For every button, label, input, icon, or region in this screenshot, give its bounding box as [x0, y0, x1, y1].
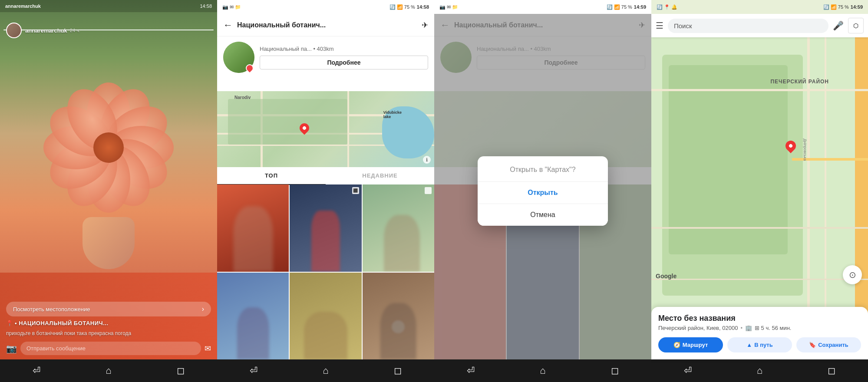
story-bottom-nav: ⏎ ⌂ ◻	[0, 359, 217, 382]
grid-item-4[interactable]	[217, 273, 289, 360]
p4-bottom-nav: ⏎ ⌂ ◻	[651, 359, 868, 382]
grid-item-6[interactable]	[363, 273, 434, 360]
view-location-arrow: ›	[202, 305, 204, 313]
p2-home-nav[interactable]: ⌂	[323, 365, 328, 376]
story-input-row: 📷 Отправить сообщение ✉	[6, 342, 211, 355]
detail-button[interactable]: Подробнее	[260, 56, 428, 69]
multi-icon-3	[425, 187, 432, 194]
ig-send-button[interactable]: ✈	[422, 20, 428, 30]
multi-icon-2: ⬛	[352, 187, 359, 194]
place-building-icon: 🏢	[745, 325, 752, 331]
place-name: • НАЦИОНАЛЬНЫЙ БОТАНИЧ...	[15, 320, 109, 326]
place-actions: 🧭 Маршрут ▲ В путь 🔖 Сохранить	[658, 337, 861, 352]
p3-back-nav[interactable]: ⏎	[467, 365, 475, 376]
story-time: 24 ч.	[70, 28, 80, 33]
maps-search-bar: ☰ Поиск 🎤 ⬡	[651, 14, 868, 37]
p4-time: 14:59	[851, 4, 863, 10]
recent-nav-icon[interactable]: ◻	[177, 365, 185, 376]
my-location-fab[interactable]: ⊙	[843, 265, 862, 284]
story-username-status: annaremarchuk	[5, 3, 41, 9]
place-pin-icon: 📍	[6, 320, 13, 326]
tab-recent[interactable]: НЕДАВНИЕ	[326, 167, 434, 185]
p3-recent-nav[interactable]: ◻	[611, 365, 619, 376]
route-icon: 🧭	[673, 342, 680, 348]
place-travel-time: ⊞ 5 ч. 56 мин.	[755, 325, 792, 331]
location-info: Национальный па... • 403km Подробнее	[217, 36, 434, 78]
maps-search-container[interactable]: Поиск	[668, 19, 828, 33]
dialog-title-text: Открыть в "Картах"?	[478, 156, 608, 182]
place-divider: •	[740, 325, 743, 331]
p2-recent-nav[interactable]: ◻	[394, 365, 402, 376]
p3-home-nav[interactable]: ⌂	[540, 365, 545, 376]
p2-status-icons: 📷 ✉ 📁	[222, 4, 241, 10]
story-avatar[interactable]	[6, 23, 22, 38]
location-panel: 📷 ✉ 📁 🔄 📶 75 % 14:58 ← Национальный бота…	[217, 0, 434, 382]
save-button[interactable]: 🔖 Сохранить	[796, 337, 861, 352]
place-detail-text: Печерский район, Киев, 02000	[658, 325, 738, 331]
story-username: annaremarchuk	[25, 27, 67, 34]
p3-time: 14:59	[634, 4, 646, 10]
location-details: Национальный па... • 403km Подробнее	[260, 46, 428, 69]
p2-time: 14:58	[417, 4, 429, 10]
go-button[interactable]: ▲ В путь	[727, 337, 792, 352]
dialog-panel: 📷 ✉ 📁 🔄 📶 75 % 14:59 ← Национальный бота…	[434, 0, 651, 382]
p3-status-icons: 📷 ✉ 📁	[439, 4, 458, 10]
cancel-button[interactable]: Отмена	[478, 204, 608, 226]
route-button[interactable]: 🧭 Маршрут	[658, 337, 723, 352]
maps-red-pin	[785, 141, 796, 154]
back-nav-icon[interactable]: ⏎	[33, 365, 40, 376]
location-map[interactable]: Narodiv Vidubickelake ℹ	[217, 91, 434, 167]
round-element-6	[392, 320, 405, 333]
p4-home-nav[interactable]: ⌂	[757, 365, 762, 376]
maps-panel: 🔄 📍 🔔 🔄 📶 75 % 14:59 ☰ Поиск 🎤 ⬡	[651, 0, 868, 382]
go-icon: ▲	[746, 342, 752, 348]
story-time-status: 14:58	[200, 3, 212, 9]
view-location-button[interactable]: Посмотреть местоположение ›	[6, 302, 211, 316]
p4-back-nav[interactable]: ⏎	[684, 365, 692, 376]
ig-back-button[interactable]: ←	[223, 20, 233, 31]
p3-bottom-nav: ⏎ ⌂ ◻	[434, 359, 651, 382]
p4-status-right: 🔄 📶 75 %	[823, 4, 849, 10]
send-icon[interactable]: ✉	[205, 344, 211, 353]
maps-menu-icon[interactable]: ☰	[656, 20, 663, 31]
maps-mic-icon[interactable]: 🎤	[833, 20, 844, 31]
grid-item-1[interactable]	[217, 184, 289, 272]
place-detail-row: Печерский район, Киев, 02000 • 🏢 ⊞ 5 ч. …	[658, 325, 861, 331]
view-location-text: Посмотреть местоположение	[13, 306, 90, 313]
ig-location-header: ← Национальный ботанич... ✈	[217, 14, 434, 36]
p4-recent-nav[interactable]: ◻	[828, 365, 835, 376]
maps-layers-button[interactable]: ⬡	[848, 18, 864, 33]
map-street-label: Дніпровська	[803, 139, 808, 161]
p3-status-right: 🔄 📶 75 %	[607, 4, 632, 10]
location-avatar-container	[223, 42, 254, 73]
p4-status-icons: 🔄 📍 🔔	[657, 4, 677, 10]
story-caption: приходьте в ботанічний поки така прекрас…	[6, 330, 211, 337]
send-message-input[interactable]: Отправить сообщение	[20, 342, 201, 355]
location-tabs: ТОП НЕДАВНИЕ	[217, 167, 434, 185]
maps-search-text: Поиск	[674, 22, 822, 30]
place-tag: 📍 • НАЦИОНАЛЬНЫЙ БОТАНИЧ...	[6, 320, 211, 326]
p2-back-nav[interactable]: ⏎	[250, 365, 257, 376]
grid-item-3[interactable]	[363, 184, 434, 272]
map-label-narody: Narodiv	[234, 95, 251, 100]
grid-item-2[interactable]: ⬛	[290, 184, 361, 272]
map-pin	[300, 123, 309, 135]
district-label: ПЕЧЕРСКИЙ РАЙОН	[770, 79, 829, 85]
story-panel: annaremarchuk 14:58	[0, 0, 217, 382]
map-info-icon[interactable]: ℹ	[423, 156, 431, 164]
p2-bottom-nav: ⏎ ⌂ ◻	[217, 359, 434, 382]
grid-item-5[interactable]	[290, 273, 361, 360]
go-label: В путь	[754, 342, 773, 348]
map-label-vidubicke: Vidubickelake	[383, 110, 402, 119]
google-logo: Google	[656, 272, 677, 280]
p2-status-right: 🔄 📶 75 %	[389, 4, 415, 10]
camera-icon[interactable]: 📷	[6, 343, 17, 354]
story-header: annaremarchuk 24 ч.	[0, 16, 217, 42]
open-in-maps-dialog: Открыть в "Картах"? Открыть Отмена	[478, 156, 608, 226]
location-name: Национальный па... • 403km	[260, 46, 428, 52]
story-bottom: Посмотреть местоположение › 📍 • НАЦИОНАЛ…	[0, 297, 217, 359]
tab-top[interactable]: ТОП	[217, 167, 326, 185]
open-button[interactable]: Открыть	[478, 182, 608, 204]
home-nav-icon[interactable]: ⌂	[106, 365, 111, 376]
route-label: Маршрут	[683, 342, 708, 348]
